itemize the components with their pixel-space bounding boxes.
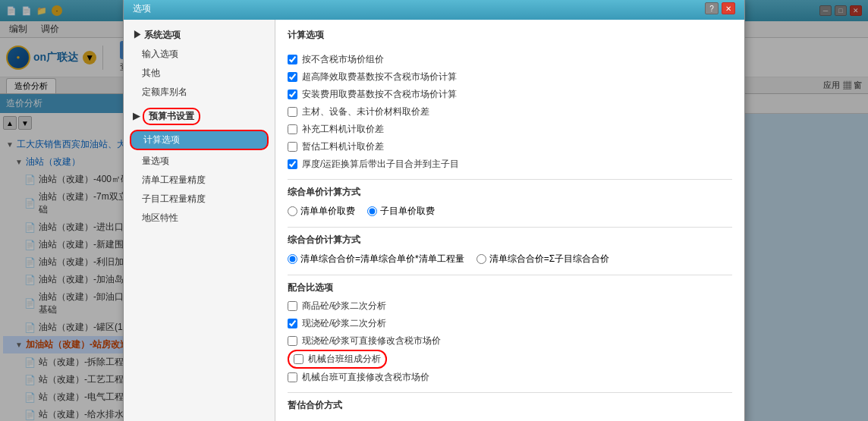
comprehensive-single-label: 综合单价计算方式 <box>288 186 732 199</box>
modal-nav: ▶ 系统选项 输入选项 其他 定额库别名 ▶ 预算书设置 计算选项 量选项 清单… <box>124 20 275 422</box>
nav-budget-arrow: ▶ <box>133 111 140 121</box>
nav-section-budget[interactable]: ▶ 预算书设置 <box>124 105 275 128</box>
checkbox-5[interactable] <box>288 142 297 152</box>
radio-combined-label-0: 清单综合合价=清单综合单价*清单工程量 <box>300 253 464 265</box>
mix-checkbox-row-3: 机械台班组成分析 <box>288 350 387 369</box>
mix-checkbox-row-0: 商品砼/砂浆二次分析 <box>288 297 732 315</box>
mix-options-label: 配合比选项 <box>288 281 732 294</box>
checkbox-label-5: 暂估工料机计取价差 <box>302 140 384 153</box>
radio-single-label-0: 清单单价取费 <box>300 205 355 218</box>
radio-single-input-1[interactable] <box>367 206 377 216</box>
checkbox-label-0: 按不含税市场价组价 <box>302 53 384 66</box>
nav-item-sub-precision[interactable]: 子目工程量精度 <box>124 190 275 209</box>
nav-budget-text: 预算书设置 <box>143 108 200 125</box>
modal-close-btn[interactable]: ✕ <box>722 2 735 14</box>
radio-combined-input-1[interactable] <box>476 254 486 264</box>
checkbox-3[interactable] <box>288 107 297 117</box>
mix-checkbox-label-4: 机械台班可直接修改含税市场价 <box>302 371 429 384</box>
nav-item-calc[interactable]: 计算选项 <box>130 130 269 150</box>
radio-combined-0: 清单综合合价=清单综合单价*清单工程量 <box>288 253 464 265</box>
checkbox-1[interactable] <box>288 72 297 82</box>
mix-checkbox-row-1: 现浇砼/砂浆二次分析 <box>288 315 732 332</box>
calc-options-title: 计算选项 <box>288 29 732 45</box>
mix-checkbox-row-4: 机械台班可直接修改含税市场价 <box>288 369 732 386</box>
nav-section-system[interactable]: ▶ 系统选项 <box>124 26 275 45</box>
divider-1 <box>288 179 732 180</box>
radio-combined-1: 清单综合合价=Σ子目综合合价 <box>476 253 609 265</box>
modal-title-text: 选项 <box>133 2 151 15</box>
modal-overlay: 选项 ? ✕ ▶ 系统选项 输入选项 其他 定额库别名 ▶ 预算书设置 <box>0 0 868 421</box>
divider-4 <box>288 392 732 393</box>
radio-combined-input-0[interactable] <box>288 254 297 264</box>
mix-checkbox-label-3: 机械台班组成分析 <box>308 353 381 366</box>
checkbox-row-2: 安装费用取费基数按不含税市场价计算 <box>288 86 732 103</box>
modal-dialog: 选项 ? ✕ ▶ 系统选项 输入选项 其他 定额库别名 ▶ 预算书设置 <box>123 0 745 421</box>
checkbox-2[interactable] <box>288 90 297 99</box>
radio-single-1: 子目单价取费 <box>367 205 435 218</box>
radio-single-label-1: 子目单价取费 <box>380 205 435 218</box>
radio-single-0: 清单单价取费 <box>288 205 355 218</box>
comprehensive-combined-label: 综合合价计算方式 <box>288 234 732 247</box>
mix-checkbox-label-0: 商品砼/砂浆二次分析 <box>302 300 386 313</box>
provisional-title: 暂估合价方式 <box>288 399 732 412</box>
checkbox-6[interactable] <box>288 159 297 169</box>
checkbox-label-2: 安装费用取费基数按不含税市场价计算 <box>302 88 457 101</box>
mix-checkbox-label-1: 现浇砼/砂浆二次分析 <box>302 317 386 330</box>
checkbox-row-1: 超高降效取费基数按不含税市场价计算 <box>288 68 732 86</box>
checkbox-row-3: 主材、设备、未计价材料取价差 <box>288 103 732 121</box>
radio-combined-label-1: 清单综合合价=Σ子目综合合价 <box>489 253 609 265</box>
radio-single-input-0[interactable] <box>288 206 297 216</box>
mix-checkbox-0[interactable] <box>288 301 297 311</box>
modal-content-right: 计算选项 按不含税市场价组价 超高降效取费基数按不含税市场价计算 安装费用取费基… <box>275 20 744 422</box>
nav-item-qty[interactable]: 量选项 <box>124 152 275 171</box>
mix-checkbox-4[interactable] <box>288 372 297 382</box>
mix-checkbox-row-2: 现浇砼/砂浆可直接修改含税市场价 <box>288 332 732 350</box>
checkbox-4[interactable] <box>288 124 297 134</box>
checkbox-row-5: 暂估工料机计取价差 <box>288 138 732 156</box>
divider-2 <box>288 227 732 228</box>
modal-title-bar: 选项 ? ✕ <box>124 0 744 20</box>
checkbox-row-0: 按不含税市场价组价 <box>288 51 732 68</box>
comprehensive-combined-group: 清单综合合价=清单综合单价*清单工程量 清单综合合价=Σ子目综合合价 <box>288 250 732 269</box>
divider-3 <box>288 275 732 275</box>
checkbox-row-6: 厚度/运距换算后带出子目合并到主子目 <box>288 156 732 173</box>
nav-item-list-precision[interactable]: 清单工程量精度 <box>124 171 275 190</box>
checkbox-label-1: 超高降效取费基数按不含税市场价计算 <box>302 71 457 83</box>
mix-checkbox-3[interactable] <box>294 354 303 364</box>
modal-help-btn[interactable]: ? <box>705 2 719 14</box>
checkbox-label-4: 补充工料机计取价差 <box>302 123 384 136</box>
nav-item-quota[interactable]: 定额库别名 <box>124 83 275 102</box>
nav-item-other[interactable]: 其他 <box>124 64 275 83</box>
checkbox-label-6: 厚度/运距换算后带出子目合并到主子目 <box>302 158 459 171</box>
mix-checkbox-1[interactable] <box>288 319 297 328</box>
comprehensive-single-group: 清单单价取费 子目单价取费 <box>288 202 732 221</box>
nav-item-regional[interactable]: 地区特性 <box>124 209 275 228</box>
checkbox-label-3: 主材、设备、未计价材料取价差 <box>302 105 429 118</box>
nav-item-input[interactable]: 输入选项 <box>124 45 275 64</box>
mix-checkbox-2[interactable] <box>288 336 297 346</box>
modal-body: ▶ 系统选项 输入选项 其他 定额库别名 ▶ 预算书设置 计算选项 量选项 清单… <box>124 20 744 422</box>
mix-checkbox-label-2: 现浇砼/砂浆可直接修改含税市场价 <box>302 335 441 347</box>
checkbox-0[interactable] <box>288 55 297 64</box>
checkbox-row-4: 补充工料机计取价差 <box>288 121 732 138</box>
